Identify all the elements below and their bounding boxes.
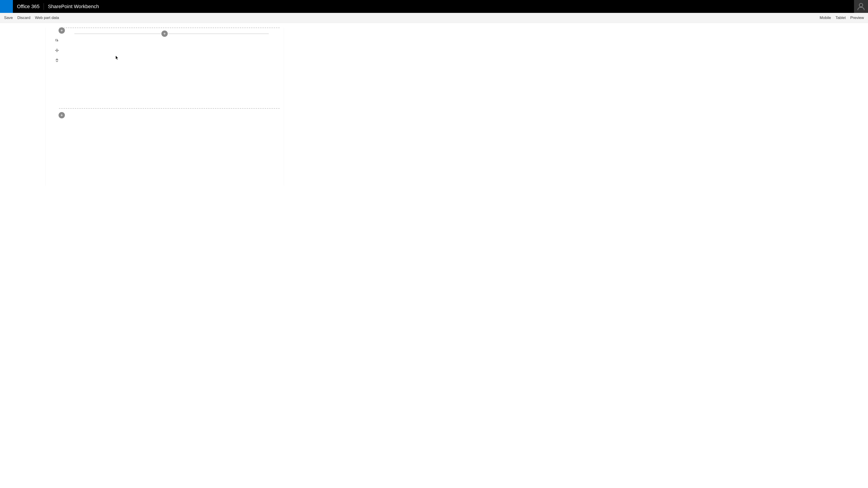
svg-point-0 bbox=[859, 3, 863, 7]
plus-icon bbox=[60, 29, 63, 32]
delete-icon bbox=[55, 58, 59, 62]
canvas bbox=[45, 28, 284, 186]
discard-button[interactable]: Discard bbox=[18, 15, 31, 20]
app-launcher-button[interactable] bbox=[0, 0, 13, 13]
move-icon bbox=[55, 48, 59, 53]
webpartdata-button[interactable]: Web part data bbox=[35, 15, 59, 20]
move-webpart-button[interactable] bbox=[54, 47, 60, 53]
mobile-button[interactable]: Mobile bbox=[819, 15, 831, 20]
plus-icon bbox=[60, 113, 63, 117]
edit-icon bbox=[55, 38, 59, 42]
edit-webpart-button[interactable] bbox=[54, 37, 60, 43]
add-section-button-bottom[interactable] bbox=[59, 112, 65, 119]
delete-webpart-button[interactable] bbox=[54, 57, 60, 63]
suite-title: Office 365 bbox=[13, 4, 43, 9]
command-bar-left: Save Discard Web part data bbox=[4, 15, 59, 20]
avatar-icon bbox=[857, 2, 865, 11]
command-bar: Save Discard Web part data Mobile Tablet… bbox=[0, 13, 868, 23]
plus-icon bbox=[163, 32, 166, 35]
webpart-toolbox bbox=[54, 37, 60, 63]
page-area bbox=[0, 23, 868, 186]
section-divider-bottom bbox=[59, 108, 280, 109]
account-button[interactable] bbox=[854, 0, 868, 13]
add-webpart-button[interactable] bbox=[161, 31, 168, 37]
command-bar-right: Mobile Tablet Preview bbox=[819, 15, 864, 20]
webpart-insert-line bbox=[74, 34, 269, 34]
section-divider-top bbox=[59, 28, 280, 28]
tablet-button[interactable]: Tablet bbox=[835, 15, 846, 20]
add-section-button-top[interactable] bbox=[59, 27, 65, 34]
preview-button[interactable]: Preview bbox=[850, 15, 864, 20]
save-button[interactable]: Save bbox=[4, 15, 13, 20]
cursor-icon bbox=[116, 56, 119, 60]
suite-subtitle: SharePoint Workbench bbox=[44, 4, 99, 9]
suite-bar: Office 365 SharePoint Workbench bbox=[0, 0, 868, 13]
